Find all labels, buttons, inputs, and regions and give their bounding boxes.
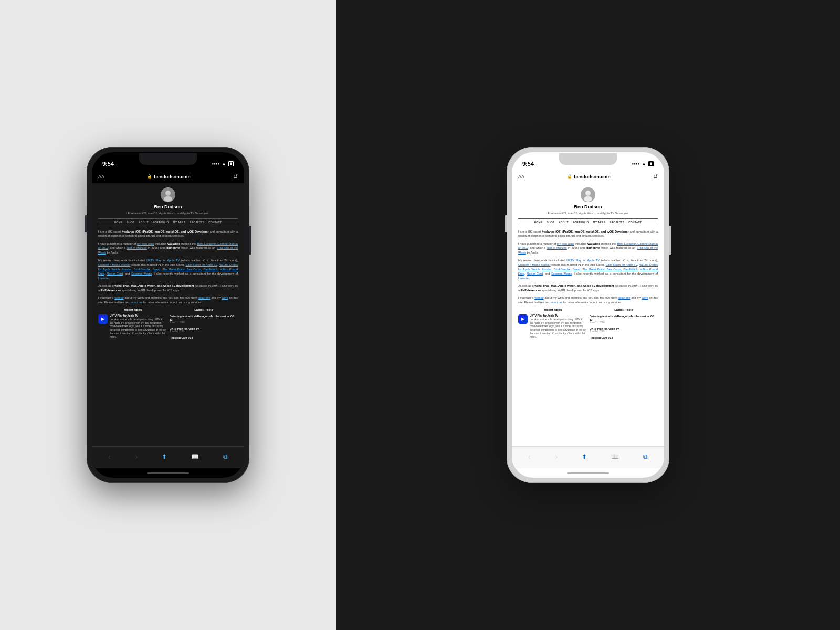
safari-bottom-light: ‹ › ⬆ 📖 ⧉: [512, 446, 664, 468]
home-indicator-light: [512, 468, 664, 478]
back-btn-light[interactable]: ‹: [528, 452, 531, 461]
latest-posts-dark: Latest Posts Detecting text with VNRecog…: [170, 308, 238, 342]
status-icons-dark: ●●●● ▲ ▮: [212, 161, 234, 166]
nav-portfolio-light[interactable]: PORTFOLIO: [573, 220, 589, 224]
share-btn-dark[interactable]: ⬆: [162, 453, 167, 460]
url-text-light[interactable]: bendodson.com: [574, 174, 611, 180]
screen-dark: 9:54 ●●●● ▲ ▮ AA 🔒 bendodson.com ↺: [92, 152, 244, 478]
para3-light: My recent client work has included UKTV …: [518, 258, 658, 281]
svg-point-1: [165, 191, 171, 196]
post-title3-dark: Reaction Cam v1.4: [170, 336, 238, 340]
address-bar-dark[interactable]: AA 🔒 bendodson.com ↺: [92, 171, 244, 183]
para4-light: As well as iPhone, iPad, Mac, Apple Watc…: [518, 284, 658, 292]
nav-myapps-dark[interactable]: MY APPS: [173, 220, 185, 224]
time-light: 9:54: [522, 161, 534, 167]
post-date1-dark: June 11, 2019: [170, 321, 238, 325]
nav-bar-light: HOME BLOG ABOUT PORTFOLIO MY APPS PROJEC…: [518, 218, 658, 226]
nav-about-dark[interactable]: ABOUT: [139, 220, 149, 224]
screen-light: 9:54 ●●●● ▲ ▮ AA 🔒 bendodson.com ↺: [512, 152, 664, 478]
nav-contact-light[interactable]: CONTACT: [628, 220, 642, 224]
url-area-dark[interactable]: 🔒 bendodson.com: [147, 174, 191, 180]
bookmarks-btn-dark[interactable]: 📖: [191, 453, 199, 460]
profile-name-dark: Ben Dodson: [154, 204, 182, 211]
para3-dark: My recent client work has included UKTV …: [98, 258, 238, 281]
aa-text-dark[interactable]: AA: [98, 174, 104, 180]
reload-icon-dark[interactable]: ↺: [233, 173, 238, 180]
web-content-light: Ben Dodson Freelance iOS, macOS, Apple W…: [512, 183, 664, 446]
post-item3-dark: Reaction Cam v1.4: [170, 336, 238, 340]
aa-text-light[interactable]: AA: [518, 174, 524, 180]
post-item1-light: Detecting text with VNRecognizeTextReque…: [590, 314, 658, 325]
post-item1-dark: Detecting text with VNRecognizeTextReque…: [170, 314, 238, 325]
right-panel: 9:54 ●●●● ▲ ▮ AA 🔒 bendodson.com ↺: [336, 0, 840, 630]
recent-apps-dark: Recent Apps ▶ UKTV Play for Apple TV I w…: [98, 308, 166, 342]
forward-btn-dark[interactable]: ›: [135, 452, 138, 461]
notch-light: [559, 153, 617, 165]
nav-about-light[interactable]: ABOUT: [559, 220, 569, 224]
para4-dark: As well as iPhone, iPad, Mac, Apple Watc…: [98, 284, 238, 292]
share-btn-light[interactable]: ⬆: [582, 453, 587, 460]
recent-apps-light: Recent Apps ▶ UKTV Play for Apple TV I w…: [518, 308, 586, 342]
recent-apps-title-dark: Recent Apps: [98, 308, 166, 312]
nav-blog-light[interactable]: BLOG: [547, 220, 554, 224]
post-date2-dark: June 06, 2019: [170, 330, 238, 334]
avatar-light: [581, 187, 595, 202]
nav-contact-dark[interactable]: CONTACT: [208, 220, 222, 224]
post-date1-light: June 11, 2019: [590, 321, 658, 325]
profile-subtitle-light: Freelance iOS, macOS, Apple Watch, and A…: [548, 211, 628, 215]
wifi-icon-dark: ▲: [222, 161, 226, 166]
nav-home-light[interactable]: HOME: [534, 220, 543, 224]
app-item-dark: ▶ UKTV Play for Apple TV I worked as the…: [98, 314, 166, 339]
home-bar-dark: [147, 472, 189, 474]
nav-home-dark[interactable]: HOME: [114, 220, 123, 224]
battery-icon-dark: ▮: [228, 161, 234, 166]
nav-projects-dark[interactable]: PROJECTS: [190, 220, 204, 224]
profile-section-light: Ben Dodson Freelance iOS, macOS, Apple W…: [518, 187, 658, 215]
profile-name-light: Ben Dodson: [574, 204, 602, 211]
url-area-light[interactable]: 🔒 bendodson.com: [567, 174, 611, 180]
tabs-btn-dark[interactable]: ⧉: [223, 453, 228, 460]
tabs-btn-light[interactable]: ⧉: [643, 453, 648, 460]
svg-point-4: [585, 191, 591, 196]
address-bar-light[interactable]: AA 🔒 bendodson.com ↺: [512, 171, 664, 183]
para1-dark: I am a UK-based freelance iOS, iPadOS, m…: [98, 229, 238, 238]
nav-portfolio-dark[interactable]: PORTFOLIO: [153, 220, 169, 224]
notch-dark: [139, 153, 197, 165]
app-text-dark: UKTV Play for Apple TV I worked as the s…: [110, 314, 166, 339]
url-text-dark[interactable]: bendodson.com: [154, 174, 191, 180]
reload-icon-light[interactable]: ↺: [653, 173, 658, 180]
phone-light: 9:54 ●●●● ▲ ▮ AA 🔒 bendodson.com ↺: [507, 147, 669, 483]
profile-section-dark: Ben Dodson Freelance iOS, macOS, Apple W…: [98, 187, 238, 215]
phone-dark: 9:54 ●●●● ▲ ▮ AA 🔒 bendodson.com ↺: [87, 147, 249, 483]
para5-light: I maintain a weblog about my work and in…: [518, 296, 658, 304]
post-item2-dark: UKTV Play for Apple TV June 06, 2019: [170, 327, 238, 334]
home-bar-light: [567, 472, 609, 474]
left-panel: 9:54 ●●●● ▲ ▮ AA 🔒 bendodson.com ↺: [0, 0, 336, 630]
lock-icon-dark: 🔒: [147, 174, 152, 179]
wifi-icon-light: ▲: [642, 161, 646, 166]
app-text-light: UKTV Play for Apple TV I worked as the s…: [530, 314, 586, 339]
bookmarks-btn-light[interactable]: 📖: [611, 453, 619, 460]
bottom-sections-dark: Recent Apps ▶ UKTV Play for Apple TV I w…: [98, 308, 238, 342]
svg-point-2: [164, 196, 172, 202]
forward-btn-light[interactable]: ›: [555, 452, 558, 461]
latest-posts-title-dark: Latest Posts: [170, 308, 238, 312]
nav-projects-light[interactable]: PROJECTS: [610, 220, 624, 224]
nav-blog-dark[interactable]: BLOG: [127, 220, 134, 224]
nav-bar-dark: HOME BLOG ABOUT PORTFOLIO MY APPS PROJEC…: [98, 218, 238, 226]
battery-icon-light: ▮: [648, 161, 654, 166]
bottom-sections-light: Recent Apps ▶ UKTV Play for Apple TV I w…: [518, 308, 658, 342]
nav-myapps-light[interactable]: MY APPS: [593, 220, 605, 224]
latest-posts-light: Latest Posts Detecting text with VNRecog…: [590, 308, 658, 342]
post-date2-light: June 06, 2019: [590, 330, 658, 334]
post-title1-dark: Detecting text with VNRecognizeTextReque…: [170, 314, 238, 321]
para1-light: I am a UK-based freelance iOS, iPadOS, m…: [518, 229, 658, 238]
back-btn-dark[interactable]: ‹: [108, 452, 111, 461]
safari-bottom-dark: ‹ › ⬆ 📖 ⧉: [92, 446, 244, 468]
avatar-dark: [161, 187, 175, 202]
lock-icon-light: 🔒: [567, 174, 572, 179]
signal-icon-dark: ●●●●: [212, 162, 220, 165]
recent-apps-title-light: Recent Apps: [518, 308, 586, 312]
para2-light: I have published a number of my own apps…: [518, 242, 658, 255]
post-title3-light: Reaction Cam v1.4: [590, 336, 658, 340]
